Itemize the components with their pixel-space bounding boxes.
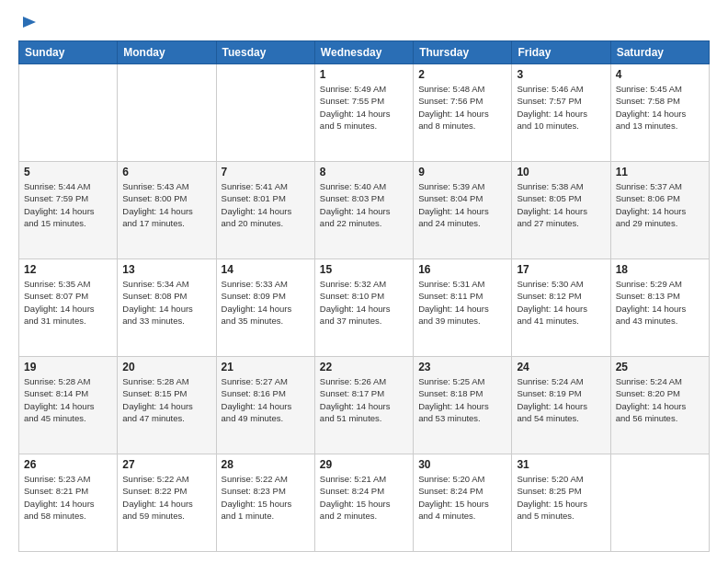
logo-flag-icon — [19, 15, 38, 33]
day-number: 4 — [616, 68, 704, 81]
day-number: 22 — [320, 361, 408, 373]
day-number: 23 — [418, 361, 506, 373]
day-number: 30 — [418, 458, 506, 471]
calendar-cell: 22Sunrise: 5:26 AM Sunset: 8:17 PM Dayli… — [314, 357, 413, 454]
svg-marker-0 — [23, 17, 36, 28]
day-info: Sunrise: 5:30 AM Sunset: 8:12 PM Dayligh… — [517, 278, 605, 327]
day-of-week-header: Monday — [118, 41, 216, 64]
day-info: Sunrise: 5:26 AM Sunset: 8:17 PM Dayligh… — [320, 375, 408, 424]
calendar-cell: 28Sunrise: 5:22 AM Sunset: 8:23 PM Dayli… — [216, 454, 314, 552]
day-number: 2 — [418, 68, 506, 81]
calendar-cell — [19, 64, 118, 162]
day-info: Sunrise: 5:20 AM Sunset: 8:25 PM Dayligh… — [517, 473, 605, 522]
calendar-cell — [216, 64, 314, 162]
calendar-cell: 12Sunrise: 5:35 AM Sunset: 8:07 PM Dayli… — [19, 259, 118, 357]
calendar-cell: 5Sunrise: 5:44 AM Sunset: 7:59 PM Daylig… — [19, 162, 118, 259]
calendar-cell: 24Sunrise: 5:24 AM Sunset: 8:19 PM Dayli… — [512, 357, 610, 454]
day-info: Sunrise: 5:24 AM Sunset: 8:19 PM Dayligh… — [517, 375, 605, 424]
calendar-cell: 7Sunrise: 5:41 AM Sunset: 8:01 PM Daylig… — [216, 162, 314, 259]
day-number: 21 — [222, 361, 310, 373]
day-info: Sunrise: 5:21 AM Sunset: 8:24 PM Dayligh… — [320, 473, 408, 522]
day-number: 13 — [122, 263, 210, 276]
calendar-cell: 2Sunrise: 5:48 AM Sunset: 7:56 PM Daylig… — [414, 64, 512, 162]
day-number: 12 — [24, 263, 112, 276]
day-info: Sunrise: 5:40 AM Sunset: 8:03 PM Dayligh… — [320, 180, 408, 229]
day-number: 25 — [616, 361, 704, 373]
day-of-week-header: Thursday — [414, 41, 512, 64]
calendar-cell: 11Sunrise: 5:37 AM Sunset: 8:06 PM Dayli… — [610, 162, 709, 259]
day-info: Sunrise: 5:35 AM Sunset: 8:07 PM Dayligh… — [24, 278, 112, 327]
day-info: Sunrise: 5:45 AM Sunset: 7:58 PM Dayligh… — [616, 83, 704, 132]
day-info: Sunrise: 5:39 AM Sunset: 8:04 PM Dayligh… — [418, 180, 506, 229]
day-info: Sunrise: 5:31 AM Sunset: 8:11 PM Dayligh… — [418, 278, 506, 327]
calendar-week-row: 1Sunrise: 5:49 AM Sunset: 7:55 PM Daylig… — [19, 64, 710, 162]
day-of-week-header: Saturday — [610, 41, 709, 64]
calendar-cell: 23Sunrise: 5:25 AM Sunset: 8:18 PM Dayli… — [414, 357, 512, 454]
day-info: Sunrise: 5:22 AM Sunset: 8:22 PM Dayligh… — [122, 473, 210, 522]
day-number: 6 — [122, 166, 210, 178]
calendar-cell — [610, 454, 709, 552]
day-of-week-header: Tuesday — [216, 41, 314, 64]
calendar-cell: 16Sunrise: 5:31 AM Sunset: 8:11 PM Dayli… — [414, 259, 512, 357]
calendar-cell: 8Sunrise: 5:40 AM Sunset: 8:03 PM Daylig… — [314, 162, 413, 259]
day-number: 11 — [616, 166, 704, 178]
calendar-header-row: SundayMondayTuesdayWednesdayThursdayFrid… — [19, 41, 710, 64]
calendar-week-row: 5Sunrise: 5:44 AM Sunset: 7:59 PM Daylig… — [19, 162, 710, 259]
page: SundayMondayTuesdayWednesdayThursdayFrid… — [0, 0, 728, 563]
calendar-table: SundayMondayTuesdayWednesdayThursdayFrid… — [18, 40, 710, 552]
calendar-cell: 1Sunrise: 5:49 AM Sunset: 7:55 PM Daylig… — [314, 64, 413, 162]
day-info: Sunrise: 5:48 AM Sunset: 7:56 PM Dayligh… — [418, 83, 506, 132]
day-info: Sunrise: 5:43 AM Sunset: 8:00 PM Dayligh… — [122, 180, 210, 229]
calendar-cell: 20Sunrise: 5:28 AM Sunset: 8:15 PM Dayli… — [118, 357, 216, 454]
day-info: Sunrise: 5:20 AM Sunset: 8:24 PM Dayligh… — [418, 473, 506, 522]
day-info: Sunrise: 5:29 AM Sunset: 8:13 PM Dayligh… — [616, 278, 704, 327]
day-of-week-header: Friday — [512, 41, 610, 64]
day-info: Sunrise: 5:37 AM Sunset: 8:06 PM Dayligh… — [616, 180, 704, 229]
calendar-cell: 30Sunrise: 5:20 AM Sunset: 8:24 PM Dayli… — [414, 454, 512, 552]
day-number: 29 — [320, 458, 408, 471]
day-info: Sunrise: 5:23 AM Sunset: 8:21 PM Dayligh… — [24, 473, 112, 522]
calendar-cell: 18Sunrise: 5:29 AM Sunset: 8:13 PM Dayli… — [610, 259, 709, 357]
day-info: Sunrise: 5:25 AM Sunset: 8:18 PM Dayligh… — [418, 375, 506, 424]
calendar-cell: 27Sunrise: 5:22 AM Sunset: 8:22 PM Dayli… — [118, 454, 216, 552]
day-number: 3 — [517, 68, 605, 81]
day-info: Sunrise: 5:46 AM Sunset: 7:57 PM Dayligh… — [517, 83, 605, 132]
day-info: Sunrise: 5:27 AM Sunset: 8:16 PM Dayligh… — [222, 375, 310, 424]
day-number: 31 — [517, 458, 605, 471]
day-number: 15 — [320, 263, 408, 276]
calendar-week-row: 19Sunrise: 5:28 AM Sunset: 8:14 PM Dayli… — [19, 357, 710, 454]
calendar-cell: 4Sunrise: 5:45 AM Sunset: 7:58 PM Daylig… — [610, 64, 709, 162]
day-number: 18 — [616, 263, 704, 276]
calendar-cell: 29Sunrise: 5:21 AM Sunset: 8:24 PM Dayli… — [314, 454, 413, 552]
calendar-cell: 10Sunrise: 5:38 AM Sunset: 8:05 PM Dayli… — [512, 162, 610, 259]
header — [18, 15, 710, 31]
calendar-cell: 26Sunrise: 5:23 AM Sunset: 8:21 PM Dayli… — [19, 454, 118, 552]
day-number: 9 — [418, 166, 506, 178]
calendar-week-row: 26Sunrise: 5:23 AM Sunset: 8:21 PM Dayli… — [19, 454, 710, 552]
calendar-cell: 25Sunrise: 5:24 AM Sunset: 8:20 PM Dayli… — [610, 357, 709, 454]
day-info: Sunrise: 5:22 AM Sunset: 8:23 PM Dayligh… — [222, 473, 310, 522]
day-info: Sunrise: 5:49 AM Sunset: 7:55 PM Dayligh… — [320, 83, 408, 132]
day-info: Sunrise: 5:32 AM Sunset: 8:10 PM Dayligh… — [320, 278, 408, 327]
day-info: Sunrise: 5:28 AM Sunset: 8:14 PM Dayligh… — [24, 375, 112, 424]
calendar-cell: 31Sunrise: 5:20 AM Sunset: 8:25 PM Dayli… — [512, 454, 610, 552]
calendar-cell — [118, 64, 216, 162]
day-number: 14 — [222, 263, 310, 276]
calendar-cell: 21Sunrise: 5:27 AM Sunset: 8:16 PM Dayli… — [216, 357, 314, 454]
calendar-week-row: 12Sunrise: 5:35 AM Sunset: 8:07 PM Dayli… — [19, 259, 710, 357]
calendar-cell: 15Sunrise: 5:32 AM Sunset: 8:10 PM Dayli… — [314, 259, 413, 357]
day-info: Sunrise: 5:44 AM Sunset: 7:59 PM Dayligh… — [24, 180, 112, 229]
day-info: Sunrise: 5:28 AM Sunset: 8:15 PM Dayligh… — [122, 375, 210, 424]
day-number: 7 — [222, 166, 310, 178]
day-number: 20 — [122, 361, 210, 373]
calendar-cell: 6Sunrise: 5:43 AM Sunset: 8:00 PM Daylig… — [118, 162, 216, 259]
logo — [18, 15, 38, 31]
day-info: Sunrise: 5:41 AM Sunset: 8:01 PM Dayligh… — [222, 180, 310, 229]
day-info: Sunrise: 5:33 AM Sunset: 8:09 PM Dayligh… — [222, 278, 310, 327]
day-number: 5 — [24, 166, 112, 178]
calendar-cell: 9Sunrise: 5:39 AM Sunset: 8:04 PM Daylig… — [414, 162, 512, 259]
day-info: Sunrise: 5:34 AM Sunset: 8:08 PM Dayligh… — [122, 278, 210, 327]
calendar-cell: 13Sunrise: 5:34 AM Sunset: 8:08 PM Dayli… — [118, 259, 216, 357]
calendar-cell: 17Sunrise: 5:30 AM Sunset: 8:12 PM Dayli… — [512, 259, 610, 357]
day-of-week-header: Wednesday — [314, 41, 413, 64]
